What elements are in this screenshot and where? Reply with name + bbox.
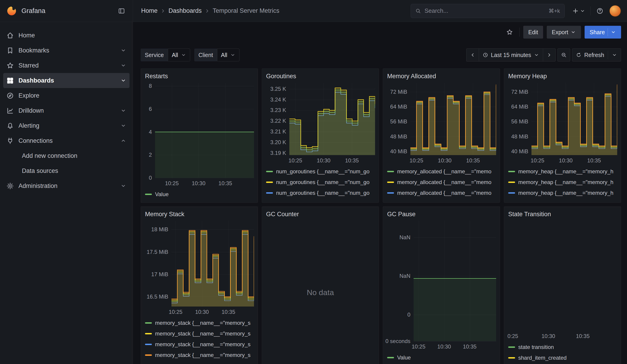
sidebar-item-add-new-connection[interactable]: Add new connection [3, 148, 129, 163]
panel-gc-counter: GC CounterNo data [262, 207, 379, 364]
legend-item[interactable]: shard_item_created [508, 352, 617, 363]
chart-plot[interactable] [510, 220, 617, 331]
y-axis: 86420 [145, 83, 155, 178]
panel-title[interactable]: GC Pause [387, 209, 496, 220]
sidebar-item-home[interactable]: Home [3, 28, 129, 43]
sidebar-toggle-button[interactable] [115, 5, 128, 17]
chevron-down-icon [120, 183, 126, 189]
x-axis-label: 10:25 [169, 309, 182, 315]
sidebar-item-alerting[interactable]: Alerting [3, 118, 129, 133]
refresh-button[interactable]: Refresh [572, 48, 621, 62]
chart-plot[interactable] [171, 220, 254, 307]
chart-plot[interactable] [531, 83, 617, 155]
x-axis-label: 10:25 [165, 180, 179, 187]
export-button[interactable]: Export [547, 26, 581, 39]
add-new-button[interactable] [570, 5, 587, 17]
sidebar-item-starred[interactable]: Starred [3, 58, 129, 73]
legend-item[interactable]: memory_allocated {__name__="memo [387, 188, 496, 198]
time-range-picker[interactable]: Last 15 minutes [479, 48, 543, 62]
sidebar-item-bookmarks[interactable]: Bookmarks [3, 43, 129, 58]
client-filter-selected: All [221, 52, 227, 58]
chart-plot[interactable] [414, 220, 496, 341]
legend-label: shard_item_created [518, 355, 567, 361]
panel-title[interactable]: State Transition [508, 209, 617, 220]
sidebar-item-explore[interactable]: Explore [3, 88, 129, 103]
help-button[interactable] [594, 5, 606, 17]
x-axis-label: 10:30 [192, 180, 206, 187]
legend-item[interactable]: memory_heap {__name__="memory_h [508, 198, 617, 201]
legend-item[interactable]: num_goroutines {__name__="num_go [266, 188, 375, 198]
panel-title[interactable]: Memory Stack [145, 209, 254, 220]
client-filter-value[interactable]: All [217, 49, 239, 61]
legend-label: memory_stack {__name__="memory_s [155, 320, 251, 326]
legend-item[interactable]: state transition [508, 342, 617, 352]
legend-item[interactable]: memory_stack {__name__="memory_s [145, 350, 254, 360]
legend-item[interactable]: Value [387, 352, 496, 363]
y-axis-label: 6 [149, 106, 152, 112]
service-filter-value[interactable]: All [168, 49, 190, 61]
share-button[interactable]: Share [585, 26, 621, 39]
chart-series [171, 220, 254, 307]
legend-item[interactable]: memory_allocated {__name__="memo [387, 166, 496, 177]
series-color-dash [266, 192, 273, 194]
legend-item[interactable]: Value [145, 189, 254, 200]
panel-goroutines: Goroutines3.25 K3.24 K3.23 K3.22 K3.21 K… [262, 68, 379, 203]
legend-item[interactable]: memory_stack {__name__="memory_s [145, 328, 254, 339]
y-axis-label: 3.21 K [270, 128, 286, 135]
panel-title[interactable]: Memory Allocated [387, 71, 496, 83]
sidebar-item-label: Starred [18, 62, 116, 69]
panel-title[interactable]: Memory Heap [508, 71, 617, 83]
legend-item[interactable]: memory_heap {__name__="memory_h [508, 166, 617, 177]
x-axis-label: 10:30 [541, 333, 555, 339]
chart-plot[interactable] [289, 83, 375, 155]
breadcrumb-home[interactable]: Home [141, 7, 157, 14]
time-shift-forward-button[interactable] [543, 48, 556, 62]
legend-item[interactable]: memory_allocated {__name__="memo [387, 177, 496, 188]
chevron-right-icon [205, 8, 210, 14]
clock-icon [483, 52, 488, 58]
sidebar-item-administration[interactable]: Administration [3, 178, 129, 193]
y-axis-label: 72 MiB [511, 89, 528, 95]
favorite-button[interactable] [503, 26, 516, 38]
breadcrumb-current-page[interactable]: Temporal Server Metrics [213, 7, 279, 14]
legend: Value [145, 188, 254, 201]
y-axis-label: 0 [408, 312, 410, 318]
x-axis: 10:2510:3010:35 [155, 178, 254, 188]
legend-item[interactable]: memory_heap {__name__="memory_h [508, 177, 617, 188]
chevron-down-icon [571, 29, 576, 35]
chart-plot[interactable] [410, 83, 496, 155]
sidebar-item-dashboards[interactable]: Dashboards [3, 73, 129, 88]
user-avatar[interactable] [609, 5, 621, 17]
sidebar-item-drilldown[interactable]: Drilldown [3, 103, 129, 118]
panel-title[interactable]: Restarts [145, 71, 254, 83]
legend-item[interactable]: num_goroutines {__name__="num_go [266, 166, 375, 177]
legend-item[interactable]: memory_stack {__name__="memory_s [145, 317, 254, 328]
bookmark-icon [6, 47, 14, 54]
sidebar-item-connections[interactable]: Connections [3, 133, 129, 148]
legend-item[interactable]: memory_stack {__name__="memory_s [145, 339, 254, 350]
sidebar-item-data-sources[interactable]: Data sources [3, 163, 129, 178]
search-input[interactable] [424, 7, 545, 14]
chart: 72 MiB64 MiB56 MiB48 MiB40 MiB [508, 83, 617, 155]
search-box[interactable]: ⌘+k [411, 4, 565, 18]
brand[interactable]: Grafana [6, 6, 45, 16]
toolbar-divider [519, 28, 520, 37]
legend-label: memory_heap {__name__="memory_h [518, 190, 613, 196]
legend-item[interactable]: memory_heap {__name__="memory_h [508, 188, 617, 198]
breadcrumb-dashboards[interactable]: Dashboards [168, 7, 202, 14]
legend-item[interactable]: num_goroutines {__name__="num_go [266, 198, 375, 201]
panel-title[interactable]: GC Counter [266, 209, 375, 220]
panel-title[interactable]: Goroutines [266, 71, 375, 83]
legend-item[interactable]: memory_allocated {__name__="memo [387, 198, 496, 201]
zoom-out-button[interactable] [558, 48, 570, 62]
y-axis-label: 2 [149, 152, 152, 158]
panel-memory-allocated: Memory Allocated72 MiB64 MiB56 MiB48 MiB… [383, 68, 500, 203]
chart-series [531, 83, 617, 155]
legend-item[interactable]: num_goroutines {__name__="num_go [266, 177, 375, 188]
edit-button[interactable]: Edit [523, 26, 543, 39]
chevron-down-icon [120, 62, 126, 68]
chart-plot[interactable] [155, 83, 254, 178]
time-shift-back-button[interactable] [466, 48, 479, 62]
plug-icon [6, 137, 14, 145]
chevron-down-icon [580, 8, 585, 14]
